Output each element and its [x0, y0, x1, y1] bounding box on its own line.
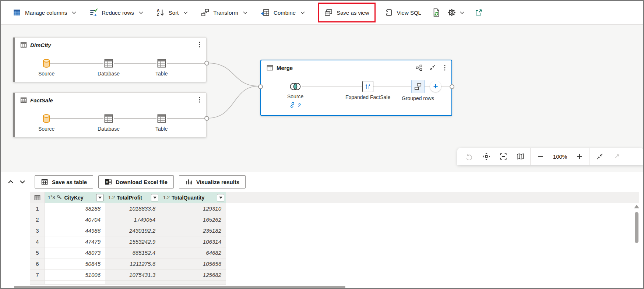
- output-port[interactable]: [204, 61, 209, 66]
- table-cell[interactable]: 44986: [45, 225, 105, 236]
- zoom-out-button[interactable]: [534, 149, 548, 163]
- save-as-table-button[interactable]: Save as table: [35, 175, 93, 188]
- collapse-node-icon[interactable]: [429, 64, 436, 71]
- zoom-in-button[interactable]: [573, 149, 587, 163]
- visualize-results-label: Visualize results: [196, 179, 239, 185]
- horizontal-scrollbar-thumb[interactable]: [14, 286, 345, 288]
- dropdown-arrow-icon: [98, 197, 102, 199]
- table-cell[interactable]: 165262: [160, 214, 226, 225]
- row-number[interactable]: 6: [30, 258, 45, 269]
- table-cell[interactable]: 2430192.2: [105, 225, 160, 236]
- output-port[interactable]: [204, 116, 209, 121]
- view-sql-button[interactable]: View SQL: [382, 5, 423, 20]
- branch-share-icon[interactable]: [415, 64, 423, 71]
- step-table[interactable]: Table: [155, 113, 168, 132]
- step-database[interactable]: Database: [98, 113, 120, 132]
- table-row: 7510061075431.3125682: [30, 269, 226, 281]
- merge-link-count[interactable]: 2: [289, 102, 301, 108]
- results-chevron-up-button[interactable]: [7, 179, 14, 184]
- table-cell[interactable]: 105656: [160, 258, 226, 269]
- node-merge[interactable]: Merge: [260, 60, 452, 116]
- grid-header-row: 123 CityKey 1.2 TotalProfit: [30, 192, 226, 203]
- scroll-up-button[interactable]: [634, 205, 639, 208]
- add-step-button[interactable]: +: [430, 81, 441, 92]
- download-excel-button[interactable]: X Download Excel file: [98, 175, 174, 188]
- vertical-scrollbar-thumb[interactable]: [635, 212, 638, 243]
- step-source[interactable]: Source: [38, 113, 54, 132]
- table-cell[interactable]: 51006: [45, 269, 105, 281]
- table-cell[interactable]: 50845: [45, 258, 105, 269]
- node-dimcity[interactable]: DimCity Source: [13, 37, 207, 82]
- row-number[interactable]: 7: [30, 269, 45, 281]
- table-cell[interactable]: 665152.4: [105, 247, 160, 258]
- visualize-results-button[interactable]: Visualize results: [179, 175, 246, 188]
- table-cell[interactable]: 38288: [45, 203, 105, 214]
- step-database[interactable]: Database: [98, 58, 120, 77]
- open-in-new-window-icon: [474, 8, 483, 17]
- node-factsale[interactable]: FactSale Source: [13, 92, 207, 137]
- query-editor-window: Manage columns Reduce rows A Z Sort: [0, 0, 644, 289]
- row-number[interactable]: 4: [30, 236, 45, 247]
- table-cell[interactable]: 129310: [160, 203, 226, 214]
- table-cell[interactable]: 106314: [160, 236, 226, 247]
- expand-canvas-button[interactable]: [610, 149, 624, 163]
- undo-button[interactable]: [462, 149, 476, 163]
- row-number[interactable]: 3: [30, 225, 45, 236]
- manage-columns-button[interactable]: Manage columns: [10, 5, 79, 20]
- table-cell[interactable]: 1553242.9: [105, 236, 160, 247]
- transform-button[interactable]: Transform: [198, 5, 250, 20]
- kebab-menu-icon[interactable]: [442, 64, 448, 71]
- expand-canvas-icon: [613, 153, 620, 160]
- collapse-canvas-button[interactable]: [593, 149, 607, 163]
- combine-button[interactable]: Combine: [258, 5, 307, 20]
- undo-icon: [466, 153, 473, 160]
- node-title: Merge: [277, 65, 293, 71]
- column-filter-dropdown[interactable]: [151, 194, 158, 201]
- table-cell[interactable]: 1211275.6: [105, 258, 160, 269]
- step-merge-source[interactable]: Source: [287, 82, 303, 99]
- table-cell[interactable]: 235182: [160, 225, 226, 236]
- minimap-button[interactable]: [513, 149, 527, 163]
- grid-corner-cell[interactable]: [30, 192, 45, 203]
- view-sql-label: View SQL: [397, 10, 421, 16]
- kebab-menu-icon[interactable]: [197, 41, 203, 48]
- save-as-view-button[interactable]: Save as view: [323, 5, 370, 20]
- table-cell[interactable]: 47479: [45, 236, 105, 247]
- column-header-totalprofit[interactable]: 1.2 TotalProfit: [105, 192, 160, 203]
- column-filter-dropdown[interactable]: [96, 194, 103, 201]
- step-label: Source: [287, 94, 303, 99]
- column-filter-dropdown[interactable]: [217, 194, 224, 201]
- table-cell[interactable]: 1749054: [105, 214, 160, 225]
- column-header-totalquantity[interactable]: 1.2 TotalQuantity: [160, 192, 226, 203]
- table-cell[interactable]: 1075431.3: [105, 269, 160, 281]
- table-cell[interactable]: 64682: [160, 247, 226, 258]
- reduce-rows-button[interactable]: Reduce rows: [87, 5, 146, 20]
- sort-button[interactable]: A Z Sort: [154, 5, 191, 20]
- input-port[interactable]: [258, 84, 263, 89]
- pan-tool-button[interactable]: [479, 149, 493, 163]
- settings-button[interactable]: [444, 5, 468, 20]
- row-number[interactable]: 2: [30, 214, 45, 225]
- output-port[interactable]: [450, 84, 454, 89]
- decimal-type-icon: 1.2: [108, 195, 115, 200]
- results-chevron-down-button[interactable]: [19, 179, 26, 184]
- kebab-menu-icon[interactable]: [197, 96, 203, 103]
- row-number[interactable]: 5: [30, 247, 45, 258]
- step-expanded-factsale[interactable]: Expanded FactSale: [345, 81, 390, 100]
- visualize-icon: [185, 178, 193, 186]
- fit-to-screen-button[interactable]: [496, 149, 510, 163]
- step-grouped-rows[interactable]: Grouped rows: [402, 80, 434, 101]
- table-cell[interactable]: 48073: [45, 247, 105, 258]
- step-source[interactable]: Source: [38, 58, 54, 77]
- column-header-citykey[interactable]: 123 CityKey: [45, 192, 105, 203]
- table-icon: [20, 96, 27, 104]
- table-cell[interactable]: 1018833.8: [105, 203, 160, 214]
- open-in-new-window-button[interactable]: [471, 5, 486, 20]
- table-cell[interactable]: 125682: [160, 269, 226, 281]
- chevron-down-icon: [183, 10, 188, 15]
- diagram-canvas[interactable]: DimCity Source: [1, 25, 643, 172]
- table-cell[interactable]: 40704: [45, 214, 105, 225]
- row-number[interactable]: 1: [30, 203, 45, 214]
- refresh-script-button[interactable]: [429, 5, 444, 20]
- step-table[interactable]: Table: [155, 58, 168, 77]
